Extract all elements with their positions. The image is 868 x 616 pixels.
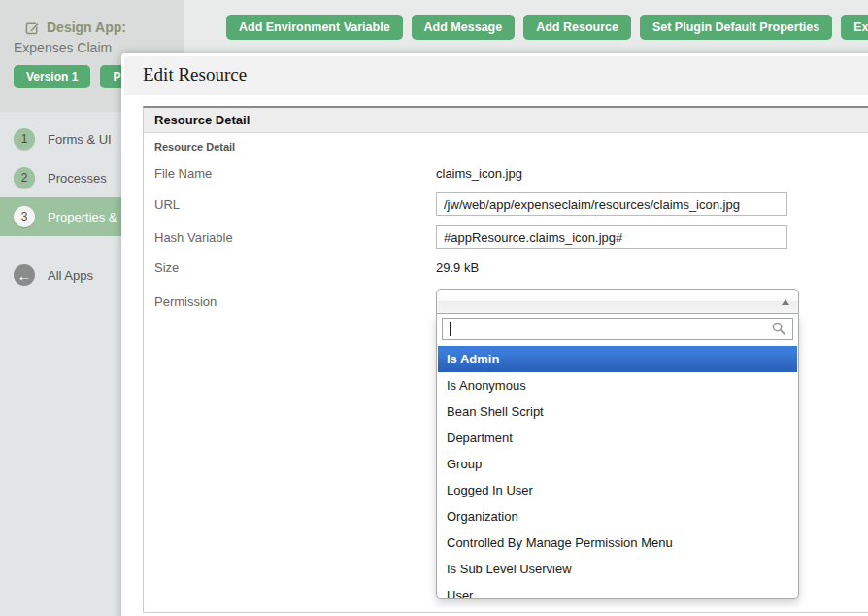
section-header: Resource Detail bbox=[144, 108, 868, 133]
file-name-row: File Name claims_icon.jpg bbox=[154, 164, 868, 182]
permission-option[interactable]: Group bbox=[438, 451, 797, 477]
version-button[interactable]: Version 1 bbox=[14, 65, 90, 88]
permission-option[interactable]: User bbox=[438, 582, 797, 598]
size-row: Size 29.9 kB bbox=[154, 258, 868, 276]
permission-option[interactable]: Department bbox=[438, 425, 797, 451]
file-name-label: File Name bbox=[154, 166, 436, 181]
permission-dropdown: Is AdminIs AnonymousBean Shell ScriptDep… bbox=[436, 289, 799, 314]
permission-option[interactable]: Is Anonymous bbox=[438, 372, 797, 398]
permission-dropdown-panel: Is AdminIs AnonymousBean Shell ScriptDep… bbox=[436, 314, 799, 599]
design-app-title-label: Design App: bbox=[47, 19, 126, 35]
sidebar-item-label: All Apps bbox=[48, 268, 93, 283]
size-label: Size bbox=[154, 260, 436, 275]
design-app-title: Design App: bbox=[0, 0, 184, 35]
permission-option[interactable]: Organization bbox=[438, 503, 797, 530]
app-name: Expenses Claim bbox=[0, 35, 184, 55]
resource-detail-section: Resource Detail Resource Detail File Nam… bbox=[143, 106, 868, 613]
file-name-value: claims_icon.jpg bbox=[436, 166, 522, 181]
permission-option[interactable]: Bean Shell Script bbox=[438, 398, 797, 425]
permission-label: Permission bbox=[154, 289, 436, 309]
permission-search bbox=[437, 314, 798, 344]
search-icon bbox=[772, 322, 785, 335]
permission-option[interactable]: Logged In User bbox=[438, 477, 797, 503]
add-environment-variable-button[interactable]: Add Environment Variable bbox=[226, 15, 403, 40]
export-button[interactable]: Export bbox=[841, 15, 868, 40]
url-field[interactable] bbox=[436, 192, 787, 216]
url-label: URL bbox=[154, 197, 436, 212]
hash-variable-field[interactable] bbox=[436, 225, 787, 249]
sidebar-item-label: Forms & UI bbox=[48, 132, 112, 147]
permission-option[interactable]: Is Admin bbox=[438, 346, 797, 372]
edit-icon bbox=[25, 20, 40, 35]
permission-row: Permission I bbox=[154, 289, 868, 314]
hash-variable-row: Hash Variable bbox=[154, 225, 868, 249]
step-3-badge: 3 bbox=[14, 206, 35, 227]
add-resource-button[interactable]: Add Resource bbox=[523, 15, 631, 40]
hash-variable-label: Hash Variable bbox=[154, 230, 436, 245]
text-caret bbox=[450, 322, 451, 336]
size-value: 29.9 kB bbox=[436, 260, 479, 275]
chevron-up-icon bbox=[782, 299, 789, 305]
permission-dropdown-toggle[interactable] bbox=[436, 289, 799, 314]
section-sublabel: Resource Detail bbox=[144, 133, 868, 154]
set-plugin-default-properties-button[interactable]: Set Plugin Default Properties bbox=[640, 15, 832, 40]
edit-resource-dialog: Edit Resource Resource Detail Resource D… bbox=[121, 53, 868, 616]
back-arrow-icon: ← bbox=[14, 264, 35, 286]
sidebar-item-label: Processes bbox=[48, 171, 107, 186]
permission-option[interactable]: Controlled By Manage Permission Menu bbox=[438, 530, 797, 556]
dialog-title: Edit Resource bbox=[124, 56, 868, 95]
permission-option[interactable]: Is Sub Level Userview bbox=[438, 556, 797, 582]
add-message-button[interactable]: Add Message bbox=[412, 15, 516, 40]
url-row: URL bbox=[154, 192, 868, 216]
step-2-badge: 2 bbox=[14, 167, 35, 188]
permission-search-input[interactable] bbox=[442, 318, 793, 340]
step-1-badge: 1 bbox=[14, 128, 35, 150]
permission-options-list: Is AdminIs AnonymousBean Shell ScriptDep… bbox=[437, 344, 798, 598]
top-action-bar: Add Environment Variable Add Message Add… bbox=[184, 0, 868, 53]
